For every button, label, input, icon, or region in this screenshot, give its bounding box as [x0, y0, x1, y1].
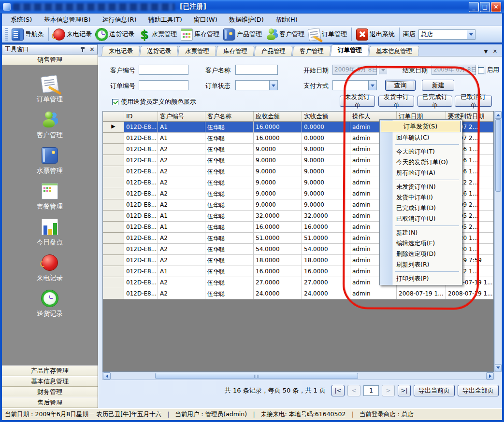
sidebar-item-送货记录[interactable]: 送货记录 — [37, 290, 63, 318]
toolbar-button-exit-system[interactable]: 退出系统 — [354, 28, 397, 42]
shop-dropdown-icon[interactable] — [467, 30, 475, 39]
menubar-item[interactable]: 帮助(H) — [270, 14, 303, 26]
vertical-scrollbar[interactable] — [494, 111, 502, 372]
sidebar-section-售后管理[interactable]: 售后管理 — [2, 397, 98, 408]
order-no-input[interactable] — [139, 80, 188, 90]
export-current-page-button[interactable]: 导出当前页 — [414, 385, 455, 396]
query-button[interactable]: 查询 — [385, 80, 416, 91]
status-filter-button-2[interactable]: 发货中订单 — [378, 96, 414, 107]
toolbar-button-inventory[interactable]: 库存管理 — [179, 28, 221, 42]
sidebar-close-icon[interactable]: ✕ — [89, 46, 95, 53]
sidebar-item-来电记录[interactable]: 来电记录 — [37, 254, 63, 282]
row-header-cell[interactable] — [103, 166, 124, 177]
new-button[interactable]: 新建 — [422, 80, 454, 91]
menubar-item[interactable]: 辅助工具(T) — [143, 14, 188, 26]
context-menu-item[interactable]: 已取消订单(U) — [380, 213, 462, 224]
toolbar-button-water-ticket[interactable]: $水票管理 — [136, 28, 179, 42]
shop-combo[interactable]: 总店 — [418, 29, 475, 40]
close-button[interactable]: × — [491, 2, 501, 12]
order-status-dropdown-icon[interactable] — [269, 81, 277, 90]
row-header-cell[interactable] — [103, 244, 124, 255]
sidebar-item-今日盘点[interactable]: 今日盘点 — [37, 219, 63, 247]
sidebar-item-水票管理[interactable]: 水票管理 — [37, 147, 63, 175]
start-date-dropdown-icon[interactable] — [379, 65, 387, 74]
end-date-picker[interactable]: 2009年 6月 8日 — [432, 65, 476, 75]
row-header-cell[interactable] — [103, 133, 124, 144]
toolbar-button-order[interactable]: 订单管理 — [306, 28, 349, 42]
context-menu-item[interactable]: 刷新列表(R) — [380, 259, 462, 270]
row-header-cell[interactable] — [103, 266, 124, 277]
sidebar-section-sales[interactable]: 销售管理 — [2, 55, 98, 65]
menubar-item[interactable]: 系统(S) — [5, 14, 38, 26]
tab-7[interactable]: 订单管理 — [331, 44, 370, 56]
pay-method-combo[interactable] — [332, 80, 377, 90]
column-header[interactable]: ID — [124, 112, 158, 122]
scroll-down-icon[interactable] — [495, 364, 502, 371]
sidebar-section-财务管理[interactable]: 财务管理 — [2, 387, 98, 397]
deliveryman-color-checkbox[interactable] — [112, 99, 118, 105]
scroll-up-icon[interactable] — [495, 112, 502, 119]
context-menu-item[interactable]: 发货中订单(I) — [380, 192, 462, 203]
tab-dropdown-icon[interactable]: ▼ — [484, 49, 488, 54]
export-all-pages-button[interactable]: 导出全部页 — [458, 385, 499, 396]
table-row[interactable]: 012D-E8...A2伍华聪24.000024.0000admin2008-0… — [103, 288, 493, 299]
sidebar-item-套餐管理[interactable]: 套餐管理 — [37, 183, 63, 211]
row-header-cell[interactable] — [103, 177, 124, 188]
tab-6[interactable]: 客户管理 — [292, 46, 331, 56]
vertical-scroll-thumb[interactable] — [495, 119, 501, 192]
row-header-cell[interactable] — [103, 144, 124, 155]
status-filter-button-3[interactable]: 已完成订单 — [418, 96, 452, 107]
row-header-cell[interactable] — [103, 288, 124, 299]
last-page-button[interactable]: >| — [398, 385, 411, 396]
row-header-cell[interactable] — [103, 211, 124, 222]
status-filter-button-4[interactable]: 已取消订单 — [455, 96, 492, 107]
toolbar-grip-handle[interactable] — [5, 28, 8, 41]
context-menu-item[interactable]: 编辑选定项(E) — [380, 238, 462, 249]
row-header-cell[interactable] — [103, 188, 124, 199]
toolbar-button-customer[interactable]: 客户管理 — [264, 28, 306, 42]
sidebar-item-订单管理[interactable]: 订单管理 — [37, 76, 63, 104]
context-menu-item[interactable]: 订单发货(S) — [381, 121, 461, 132]
context-menu-item[interactable]: 未发货订单(N) — [380, 182, 462, 192]
horizontal-scroll-thumb[interactable] — [155, 373, 358, 379]
maximize-button[interactable]: □ — [480, 2, 490, 12]
column-header[interactable]: 客户编号 — [158, 112, 205, 122]
context-menu-item[interactable]: 已完成订单(D) — [380, 203, 462, 213]
row-header-cell[interactable] — [103, 222, 124, 233]
column-header[interactable]: 客户名称 — [205, 112, 254, 122]
start-date-picker[interactable]: 2009年 6月 8日 — [332, 65, 377, 75]
tab-8[interactable]: 基本信息管理 — [369, 46, 419, 56]
horizontal-scrollbar[interactable] — [102, 372, 494, 380]
toolbar-button-delivery-records[interactable]: 送货记录 — [94, 28, 136, 42]
tab-5[interactable]: 产品管理 — [254, 46, 293, 56]
tab-2[interactable]: 送货记录 — [140, 46, 178, 56]
row-header-cell[interactable] — [103, 199, 124, 211]
context-menu-item[interactable]: 回单确认(C) — [380, 132, 462, 143]
prev-page-button[interactable]: < — [347, 385, 360, 396]
pin-icon[interactable] — [80, 46, 86, 53]
order-status-combo[interactable] — [235, 80, 278, 90]
first-page-button[interactable]: |< — [331, 385, 345, 396]
row-header-cell[interactable] — [103, 255, 124, 266]
sidebar-section-产品库存管理[interactable]: 产品库存管理 — [2, 366, 98, 376]
status-filter-button-1[interactable]: 未发货订单 — [340, 96, 375, 107]
toolbar-button-call-records[interactable]: 来电记录 — [51, 28, 94, 42]
row-header-cell[interactable] — [103, 277, 124, 288]
next-page-button[interactable]: > — [382, 385, 395, 396]
context-menu-item[interactable]: 今天的订单(T) — [380, 146, 462, 157]
column-header[interactable] — [103, 112, 124, 122]
menubar-item[interactable]: 数据维护(D) — [223, 14, 270, 26]
tab-close-icon[interactable]: ✕ — [493, 49, 497, 54]
context-menu-item[interactable]: 所有的订单(A) — [380, 168, 462, 178]
tab-3[interactable]: 水票管理 — [178, 46, 216, 56]
row-header-cell[interactable] — [103, 233, 124, 244]
page-number-input[interactable] — [363, 385, 379, 396]
menubar-item[interactable]: 窗口(W) — [188, 14, 223, 26]
enable-checkbox[interactable] — [478, 67, 484, 73]
column-header[interactable]: 应收金额 — [254, 112, 302, 122]
minimize-button[interactable]: _ — [469, 2, 479, 12]
menubar-item[interactable]: 基本信息管理(B) — [38, 14, 96, 26]
context-menu-item[interactable]: 新建(N) — [380, 227, 462, 238]
sidebar-section-基本信息管理[interactable]: 基本信息管理 — [2, 376, 98, 387]
menubar-item[interactable]: 运行信息(R) — [96, 14, 142, 26]
